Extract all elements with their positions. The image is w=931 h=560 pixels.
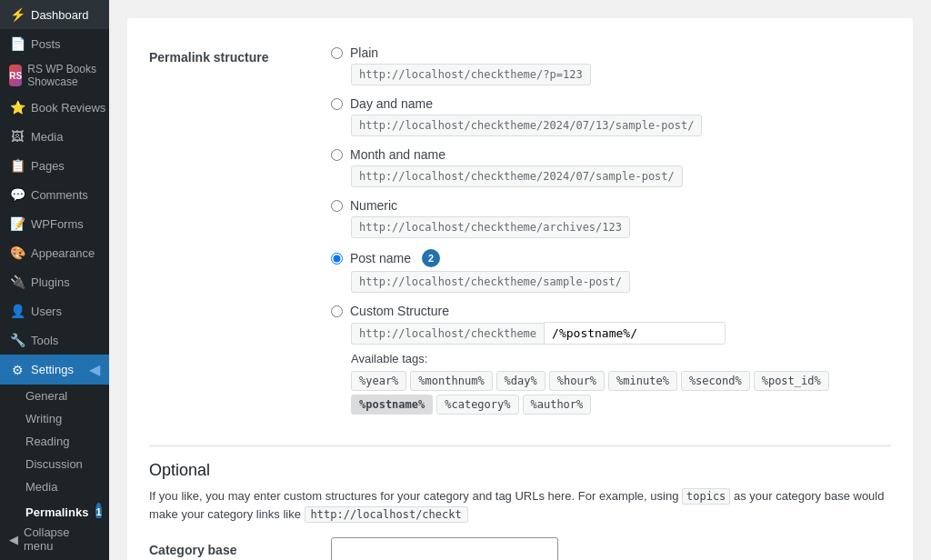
tag-year[interactable]: %year% xyxy=(351,371,406,391)
sidebar-item-label: Dashboard xyxy=(31,8,89,22)
sidebar-item-users[interactable]: 👤 Users xyxy=(0,296,109,325)
sidebar-item-label: Tools xyxy=(31,334,58,347)
category-base-input[interactable] xyxy=(331,537,558,560)
sidebar-item-media[interactable]: 🖼 Media xyxy=(0,122,109,151)
wpforms-icon: 📝 xyxy=(9,215,25,232)
tag-category[interactable]: %category% xyxy=(436,395,518,415)
users-icon: 👤 xyxy=(9,303,25,319)
permalink-form-table: Permalink structure Plain http://localho… xyxy=(149,36,891,424)
submenu-label: Writing xyxy=(25,412,62,425)
tag-monthnum[interactable]: %monthnum% xyxy=(410,371,492,391)
sidebar: ⚡ Dashboard 📄 Posts RS RS WP Books Showc… xyxy=(0,0,109,560)
custom-url-row: http://localhost/checktheme xyxy=(351,322,891,345)
tools-icon: 🔧 xyxy=(9,332,25,348)
tag-minute[interactable]: %minute% xyxy=(608,371,677,391)
optional-desc-text-1: If you like, you may enter custom struct… xyxy=(149,489,678,503)
submenu-item-general[interactable]: General xyxy=(0,385,109,407)
sidebar-item-label: Media xyxy=(31,130,63,144)
tag-post-id[interactable]: %post_id% xyxy=(754,371,829,391)
radio-custom[interactable] xyxy=(331,305,343,317)
url-display-plain: http://localhost/checktheme/?p=123 xyxy=(351,64,591,85)
sidebar-item-rs-wp-books[interactable]: RS RS WP Books Showcase xyxy=(0,58,109,93)
optional-description: If you like, you may enter custom struct… xyxy=(149,487,891,523)
radio-row-day-name: Day and name xyxy=(331,96,891,111)
submenu-label: Permalinks xyxy=(25,505,88,519)
optional-topics-code: topics xyxy=(682,488,730,505)
custom-url-input[interactable] xyxy=(544,322,726,345)
collapse-arrow-icon: ◀ xyxy=(9,533,18,546)
category-base-row: Category base xyxy=(149,537,891,560)
sidebar-item-label: Plugins xyxy=(31,275,70,289)
radio-label-post-name: Post name xyxy=(350,251,411,265)
tag-second[interactable]: %second% xyxy=(681,371,750,391)
main-content: Permalink structure Plain http://localho… xyxy=(109,0,931,560)
rs-books-icon: RS xyxy=(9,65,22,86)
radio-label-numeric: Numeric xyxy=(350,198,397,213)
sidebar-item-label: Pages xyxy=(31,159,65,173)
radio-row-numeric: Numeric xyxy=(331,198,891,213)
optional-url-example: http://localhost/checkt xyxy=(305,506,468,523)
radio-numeric[interactable] xyxy=(331,200,343,212)
sidebar-item-wpforms[interactable]: 📝 WPForms xyxy=(0,209,109,238)
permalink-structure-row: Permalink structure Plain http://localho… xyxy=(149,36,891,424)
radio-plain[interactable] xyxy=(331,47,343,59)
tag-postname[interactable]: %postname% xyxy=(351,395,433,415)
sidebar-item-label: Users xyxy=(31,305,62,318)
plugins-icon: 🔌 xyxy=(9,274,25,290)
sidebar-item-posts[interactable]: 📄 Posts xyxy=(0,29,109,58)
radio-label-custom: Custom Structure xyxy=(350,304,449,318)
radio-month-name[interactable] xyxy=(331,149,343,161)
sidebar-item-plugins[interactable]: 🔌 Plugins xyxy=(0,267,109,296)
content-area: Permalink structure Plain http://localho… xyxy=(127,18,913,560)
custom-url-prefix: http://localhost/checktheme xyxy=(351,323,544,345)
posts-icon: 📄 xyxy=(9,35,25,52)
sidebar-item-dashboard[interactable]: ⚡ Dashboard xyxy=(0,0,109,29)
collapse-menu-label: Collapse menu xyxy=(24,525,100,553)
submenu-label: Discussion xyxy=(25,457,83,471)
sidebar-item-settings[interactable]: ⚙ Settings ◀ xyxy=(0,355,109,385)
sidebar-item-label: Comments xyxy=(31,188,88,202)
sidebar-item-pages[interactable]: 📋 Pages xyxy=(0,151,109,180)
submenu-item-media-sub[interactable]: Media xyxy=(0,475,109,498)
available-tags-label: Available tags: xyxy=(351,352,891,365)
sidebar-item-label: WPForms xyxy=(31,217,84,231)
pages-icon: 📋 xyxy=(9,157,25,174)
sidebar-item-appearance[interactable]: 🎨 Appearance xyxy=(0,238,109,267)
radio-row-month-name: Month and name xyxy=(331,147,891,162)
sidebar-item-label: Book Reviews xyxy=(31,101,105,115)
tag-hour[interactable]: %hour% xyxy=(549,371,605,391)
category-base-label: Category base xyxy=(149,543,331,557)
submenu-item-writing[interactable]: Writing xyxy=(0,407,109,430)
book-reviews-icon: ⭐ xyxy=(9,99,25,115)
url-display-day-name: http://localhost/checktheme/2024/07/13/s… xyxy=(351,115,702,136)
tag-day[interactable]: %day% xyxy=(496,371,546,391)
settings-arrow-icon: ◀ xyxy=(89,361,100,378)
comments-icon: 💬 xyxy=(9,186,25,203)
submenu-label: Reading xyxy=(25,435,69,448)
settings-icon: ⚙ xyxy=(9,362,25,378)
sidebar-item-book-reviews[interactable]: ⭐ Book Reviews xyxy=(0,93,109,122)
sidebar-item-label: Settings xyxy=(31,363,74,376)
radio-day-name[interactable] xyxy=(331,98,343,110)
radio-label-month-name: Month and name xyxy=(350,147,445,162)
post-name-badge: 2 xyxy=(422,249,440,267)
sidebar-item-label: RS WP Books Showcase xyxy=(27,63,100,88)
dashboard-icon: ⚡ xyxy=(9,6,25,23)
submenu-label: General xyxy=(25,389,67,403)
collapse-menu-button[interactable]: ◀ Collapse menu xyxy=(0,518,109,560)
appearance-icon: 🎨 xyxy=(9,245,25,261)
url-display-post-name: http://localhost/checktheme/sample-post/ xyxy=(351,271,630,293)
permalink-options-cell: Plain http://localhost/checktheme/?p=123… xyxy=(331,36,891,424)
tag-author[interactable]: %author% xyxy=(523,395,592,415)
sidebar-item-comments[interactable]: 💬 Comments xyxy=(0,180,109,209)
submenu-item-discussion[interactable]: Discussion xyxy=(0,453,109,475)
radio-row-plain: Plain xyxy=(331,45,891,60)
radio-label-plain: Plain xyxy=(350,45,378,60)
radio-row-post-name: Post name 2 xyxy=(331,249,891,267)
radio-row-custom: Custom Structure xyxy=(331,304,891,318)
sidebar-item-tools[interactable]: 🔧 Tools xyxy=(0,325,109,355)
url-display-numeric: http://localhost/checktheme/archives/123 xyxy=(351,216,630,238)
permalink-structure-label: Permalink structure xyxy=(149,36,331,424)
radio-post-name[interactable] xyxy=(331,253,343,265)
submenu-item-reading[interactable]: Reading xyxy=(0,430,109,453)
